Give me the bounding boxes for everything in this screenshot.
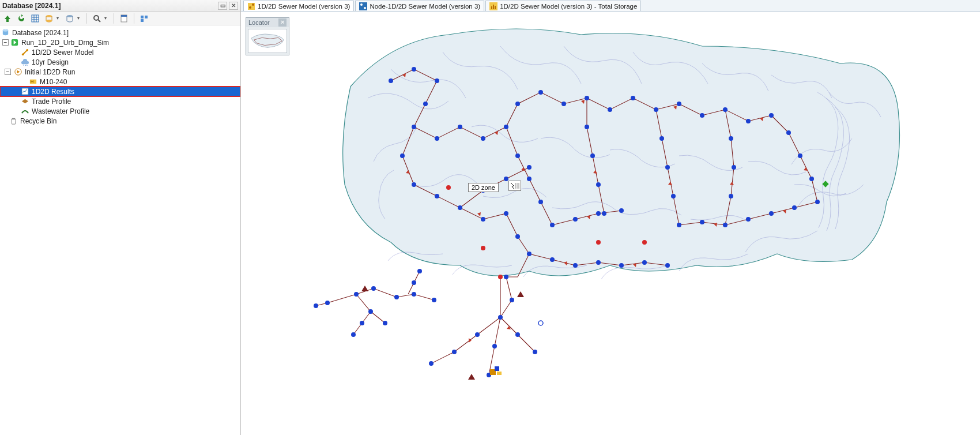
tree-design[interactable]: 10yr Design <box>0 57 240 67</box>
database-icon <box>1 28 10 37</box>
svg-point-96 <box>498 315 503 320</box>
tree-results[interactable]: 1D2D Results <box>0 87 240 96</box>
svg-point-112 <box>383 321 387 325</box>
svg-point-84 <box>700 220 704 224</box>
svg-point-73 <box>677 223 681 227</box>
tb-doc-icon[interactable] <box>119 13 129 24</box>
tab-storage[interactable]: 1D/2D Sewer Model (version 3) - Total St… <box>485 1 641 11</box>
panel-pin-button[interactable]: ▭ <box>218 2 227 10</box>
tb-db-dropdown-icon[interactable]: ▾ <box>56 16 61 21</box>
svg-point-75 <box>732 165 736 170</box>
tb-grid-icon[interactable] <box>30 13 40 24</box>
expander-icon[interactable]: − <box>2 39 9 46</box>
svg-point-34 <box>435 136 439 141</box>
tb-db-icon[interactable] <box>44 13 54 24</box>
svg-rect-26 <box>491 6 492 9</box>
svg-rect-123 <box>495 366 499 371</box>
svg-point-60 <box>515 234 520 239</box>
tree-recycle[interactable]: Recycle Bin <box>0 116 240 126</box>
svg-point-11 <box>3 29 8 32</box>
tree-initial-run[interactable]: − Initial 1D2D Run <box>0 67 240 77</box>
locator-thumbnail[interactable] <box>248 29 287 53</box>
tb-search-dropdown-icon[interactable]: ▾ <box>104 16 109 21</box>
network-icon <box>21 48 29 57</box>
tb-db2-icon[interactable] <box>65 13 75 24</box>
map-canvas[interactable]: Locator ✕ 2D zone <box>241 12 980 435</box>
tab-sewer-model[interactable]: 1D/2D Sewer Model (version 3) <box>243 1 354 11</box>
network-map[interactable] <box>241 12 980 435</box>
tb-search-icon[interactable] <box>92 13 102 24</box>
tb-db2-dropdown-icon[interactable]: ▾ <box>77 16 82 21</box>
expander-icon[interactable]: − <box>5 69 11 75</box>
svg-point-37 <box>504 125 508 129</box>
svg-point-43 <box>631 96 635 100</box>
map-tooltip: 2D zone <box>468 183 499 192</box>
svg-point-47 <box>723 107 728 112</box>
svg-rect-22 <box>359 2 367 10</box>
tab-node[interactable]: Node-1D/2D Sewer Model (version 3) <box>355 1 484 11</box>
tree-label: 10yr Design <box>32 58 69 66</box>
tree-waste-profile[interactable]: Wastewater Profile <box>0 106 240 116</box>
tree-label: Recycle Bin <box>20 117 56 125</box>
svg-point-106 <box>354 292 359 297</box>
svg-point-41 <box>585 96 589 100</box>
chart-icon <box>489 2 497 10</box>
locator-box[interactable]: Locator ✕ <box>246 17 289 55</box>
tree-run[interactable]: − Run_1D_2D_Urb_Drng_Sim <box>0 38 240 47</box>
svg-point-52 <box>809 177 814 181</box>
tree-label: 1D2D Results <box>32 88 74 96</box>
tree-label: Initial 1D2D Run <box>25 68 75 76</box>
svg-point-111 <box>368 309 373 314</box>
tab-label: 1D/2D Sewer Model (version 3) <box>258 3 350 10</box>
svg-point-104 <box>314 303 318 308</box>
locator-titlebar: Locator ✕ <box>246 18 289 27</box>
tooltip-label: 2D zone <box>472 184 495 191</box>
svg-point-98 <box>452 350 457 354</box>
panel-close-button[interactable]: ✕ <box>229 2 238 10</box>
locator-close-icon[interactable]: ✕ <box>278 18 287 27</box>
svg-point-74 <box>729 136 733 141</box>
svg-rect-27 <box>493 5 494 9</box>
tree-sewer-model[interactable]: 1D/2D Sewer Model <box>0 47 240 57</box>
rainfall-m-icon <box>29 77 37 86</box>
network-icon <box>247 2 255 10</box>
svg-point-113 <box>412 280 416 285</box>
svg-point-39 <box>538 90 543 95</box>
svg-point-102 <box>492 344 497 348</box>
svg-point-30 <box>412 67 416 72</box>
tb-up-icon[interactable] <box>2 13 13 24</box>
svg-point-115 <box>360 321 364 325</box>
svg-rect-17 <box>22 88 28 95</box>
svg-point-118 <box>481 246 485 250</box>
svg-point-21 <box>252 3 254 6</box>
svg-point-87 <box>792 205 797 210</box>
tree-trade-profile[interactable]: Trade Profile <box>0 96 240 106</box>
svg-rect-7 <box>141 16 144 18</box>
db-tree[interactable]: Database [2024.1] − Run_1D_2D_Urb_Drng_S… <box>0 25 240 435</box>
tree-m10[interactable]: M10-240 <box>0 77 240 87</box>
svg-point-120 <box>642 240 647 245</box>
tree-label: M10-240 <box>40 78 67 86</box>
svg-point-95 <box>510 298 514 302</box>
svg-point-20 <box>249 6 251 9</box>
svg-point-46 <box>700 113 704 118</box>
tb-refresh-icon[interactable] <box>16 13 27 24</box>
boundary-2d-zone[interactable] <box>343 29 900 276</box>
svg-point-40 <box>561 102 566 106</box>
tree-label: 1D/2D Sewer Model <box>32 48 93 57</box>
open-node[interactable] <box>538 321 543 325</box>
svg-point-33 <box>412 125 416 129</box>
trade-profile-icon <box>21 97 29 106</box>
tree-root[interactable]: Database [2024.1] <box>0 28 240 38</box>
svg-point-1 <box>46 15 52 17</box>
svg-point-90 <box>596 260 601 265</box>
facility-symbol[interactable] <box>490 366 502 375</box>
svg-point-117 <box>446 185 451 190</box>
outfalls[interactable] <box>361 286 524 380</box>
svg-point-105 <box>325 301 330 305</box>
svg-point-55 <box>412 182 416 187</box>
svg-point-35 <box>458 125 462 129</box>
svg-rect-124 <box>497 372 502 375</box>
svg-point-68 <box>596 182 601 187</box>
tb-cfg-icon[interactable] <box>139 13 149 24</box>
